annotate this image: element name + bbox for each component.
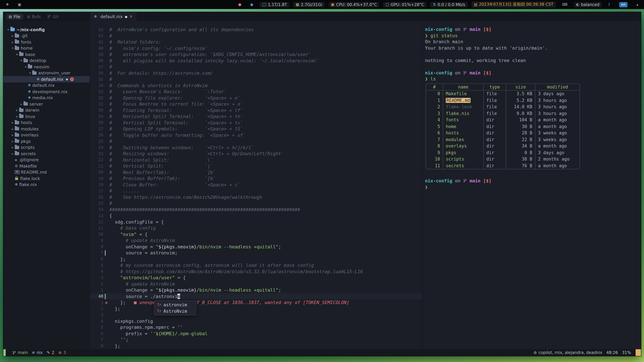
editor-line[interactable]: 8 onChange = "${pkgs.neovim}/bin/nvim --… bbox=[90, 244, 422, 250]
disk-usage[interactable]: ◯1.1T/1.8T bbox=[260, 2, 289, 7]
editor-line[interactable]: 20# Next Buffer(Tab): `]b` bbox=[90, 169, 422, 175]
editor-line[interactable]: 17# ...... bbox=[90, 188, 422, 194]
editor-line[interactable]: 32# Opening file explorer: `<Space> + e` bbox=[90, 95, 422, 101]
editor-line[interactable]: 31# Focus Neotree to current file: `<Spa… bbox=[90, 101, 422, 107]
editor-line[interactable]: 9 # update AstroNvim bbox=[90, 237, 422, 244]
statusline-git-branch[interactable]: main bbox=[12, 350, 28, 355]
editor-line[interactable]: 4 nixpkgs.config bbox=[90, 318, 422, 324]
editor-line[interactable]: 2 }; bbox=[90, 306, 422, 312]
editor-line[interactable]: 39# astronvim's user configuration: `$XD… bbox=[90, 51, 422, 57]
editor-line[interactable]: 40# nvim's config: `~/.config/nvim` bbox=[90, 45, 422, 51]
editor-line[interactable]: 18# Close Buffer: `<Space> + c` bbox=[90, 182, 422, 188]
editor-line[interactable]: 35# bbox=[90, 76, 422, 82]
tree-item-hosts[interactable]: ▸hosts bbox=[3, 119, 90, 126]
editor-line[interactable]: 7▎ source = astronvim; bbox=[90, 250, 422, 256]
memory-usage[interactable]: ▦2.7Gi/31Gi bbox=[293, 2, 324, 7]
editor-line[interactable]: 43# AstroNvim's configuration and all it… bbox=[90, 26, 422, 33]
close-icon[interactable]: ✕ bbox=[130, 14, 132, 19]
buffer-tab-default-nix[interactable]: ❄ default.nix ● ✕ bbox=[90, 12, 136, 21]
editor-pane[interactable]: 43# AstroNvim's configuration and all it… bbox=[90, 21, 422, 349]
tree-item-desktop[interactable]: ▾desktop bbox=[3, 57, 90, 64]
launcher[interactable]: ❖ bbox=[3, 2, 12, 7]
editor-line[interactable]: 13{ bbox=[90, 213, 422, 219]
editor-line[interactable]: 3 bbox=[90, 312, 422, 318]
tree-item-darwin[interactable]: ▸darwin bbox=[3, 107, 90, 113]
editor-line[interactable]: 7 ''; bbox=[90, 337, 422, 343]
neotree-tab-bufs[interactable]: ▥Bufs bbox=[24, 13, 44, 19]
editor-line[interactable]: 27# Opening LSP symbols: `<Space> + lS` bbox=[90, 126, 422, 132]
editor-line[interactable]: 1 onChange = "${pkgs.neovim}/bin/nvim --… bbox=[90, 287, 422, 293]
completion-item[interactable]: Trastronvim bbox=[154, 302, 196, 308]
bluetooth[interactable]: ᛒ bbox=[606, 2, 613, 7]
editor-line[interactable]: 4 # https://github.com/AstroNvim/AstroNv… bbox=[90, 268, 422, 275]
tree-item-scripts[interactable]: ▸scripts bbox=[3, 144, 90, 150]
editor-line[interactable]: 6 prefix = ''${HOME}/.npm-global bbox=[90, 330, 422, 337]
tree-item-flake.lock[interactable]: flake.lock bbox=[3, 175, 90, 182]
editor-line[interactable]: 21# Vertical Split: `|` bbox=[90, 163, 422, 169]
editor-line[interactable]: 10 "nvim" = { bbox=[90, 231, 422, 237]
tray-expander[interactable]: ▴ bbox=[634, 2, 641, 7]
editor-line[interactable]: 2 # update AstroNvim bbox=[90, 281, 422, 287]
editor-line[interactable]: 23# Resizing windows: `<Ctrl> + Up/Down/… bbox=[90, 150, 422, 157]
editor-line[interactable]: 26# Toggle buffer auto formatting: `<Spa… bbox=[90, 132, 422, 138]
statusline-warnings[interactable]: ✎ 2 bbox=[47, 350, 54, 355]
editor-cursor-line[interactable]: 48▎ source = ./astronvim bbox=[90, 293, 422, 299]
terminal-pane[interactable]: nix-config on main [$]❯ git statusOn bra… bbox=[422, 21, 641, 349]
completion-item[interactable]: TrAstroNvim bbox=[154, 308, 196, 314]
tree-item-flake.nix[interactable]: ❄flake.nix bbox=[3, 182, 90, 188]
editor-line[interactable]: 30# Floating Terminal: `<Space> + tf` bbox=[90, 107, 422, 113]
cpu-usage[interactable]: ▣CPU: 00.4%+37.0°C bbox=[328, 2, 379, 7]
tree-item-base[interactable]: ▾base bbox=[3, 51, 90, 57]
editor-line[interactable]: 22# Horizontal Split: `\` bbox=[90, 157, 422, 163]
power-profile[interactable]: ◐balanced bbox=[574, 2, 602, 7]
tree-item-secrets[interactable]: ▸secrets bbox=[3, 150, 90, 157]
editor-line[interactable]: 41# Related folders: bbox=[90, 39, 422, 45]
editor-line[interactable]: 24# Switching between windows: `<Ctrl> +… bbox=[90, 144, 422, 150]
editor-line[interactable]: 11 # base config bbox=[90, 225, 422, 231]
editor-line[interactable]: 6 }; bbox=[90, 256, 422, 262]
editor-line[interactable]: 12 xdg.configFile = { bbox=[90, 219, 422, 225]
tree-item-neovim[interactable]: ▾neovim bbox=[3, 64, 90, 70]
editor-line[interactable]: 37# bbox=[90, 64, 422, 70]
tree-item-fonts[interactable]: ▸fonts bbox=[3, 39, 90, 45]
tree-item-Makefile[interactable]: ⚙Makefile bbox=[3, 163, 90, 169]
editor-line[interactable]: 5 # my cusotom astronvim config, astronv… bbox=[90, 262, 422, 268]
keyboard-indicator[interactable]: ⌨ bbox=[560, 2, 570, 7]
neotree-tab-file[interactable]: ▤File bbox=[6, 13, 23, 19]
tree-item-.gitignore[interactable]: ◆.gitignore bbox=[3, 157, 90, 163]
editor-line[interactable]: 29# Horizontal Split Terminal: `<Space> … bbox=[90, 113, 422, 119]
editor-line[interactable]: 3 "astronvim/lua/user" = { bbox=[90, 275, 422, 281]
clock[interactable]: ▤2023年07月13日 星期四 00:39:38 CST bbox=[472, 1, 556, 8]
editor-line[interactable]: 19# Previous Buffer(Tab): `[b` bbox=[90, 175, 422, 182]
editor-line[interactable]: 14######################################… bbox=[90, 206, 422, 213]
editor-line[interactable]: 25# bbox=[90, 138, 422, 144]
proxy-indicator[interactable]: ◉ bbox=[248, 2, 256, 7]
keyboard-layout[interactable]: en bbox=[617, 1, 630, 7]
tree-item-overlays[interactable]: ▸overlays bbox=[3, 132, 90, 138]
editor-line[interactable]: 33# Learn Neovim's Basics: `:Tutor` bbox=[90, 88, 422, 95]
editor-line[interactable]: 38# all plugins will be installed into(b… bbox=[90, 57, 422, 64]
editor-line[interactable]: 28# Vertical Split Terminal: `<Space> + … bbox=[90, 119, 422, 126]
editor-line[interactable]: 36# For details: https://astronvim.com/ bbox=[90, 70, 422, 76]
tree-item-home[interactable]: ▾home bbox=[3, 45, 90, 51]
editor-line[interactable]: 15# bbox=[90, 200, 422, 206]
tree-item-README.md[interactable]: MREADME.md bbox=[3, 169, 90, 175]
editor-line[interactable]: 16# See https://astronvim.com/Basic%20Us… bbox=[90, 194, 422, 200]
tree-item-nix-config[interactable]: ▾~/nix-config bbox=[3, 26, 90, 33]
tree-item-linux[interactable]: ▸linux bbox=[3, 113, 90, 119]
tree-item-media.nix[interactable]: ❄media.nix bbox=[3, 95, 90, 101]
tree-item-.git[interactable]: ▸.git bbox=[3, 33, 90, 39]
tree-item-pkgs[interactable]: ▸pkgs bbox=[3, 138, 90, 144]
tree-item-default.nix[interactable]: ❄default.nix bbox=[3, 82, 90, 88]
tree-item-default.nix[interactable]: ❄default.nix●✕ bbox=[3, 76, 90, 82]
gpu-usage[interactable]: ▢GPU: 01%+28°C bbox=[383, 2, 426, 7]
tree-item-development.nix[interactable]: ❄development.nix bbox=[3, 88, 90, 95]
statusline-errors[interactable]: ⊗ 3 bbox=[58, 350, 66, 355]
network-speed[interactable]: ⇅0.0 / 0.0 Mb/s bbox=[430, 2, 468, 7]
tree-item-astronvim_user[interactable]: ▾astronvim_user bbox=[3, 70, 90, 76]
recording-indicator[interactable]: ● bbox=[236, 2, 244, 7]
tree-item-modules[interactable]: ▸modules bbox=[3, 126, 90, 132]
editor-line[interactable]: 42# bbox=[90, 33, 422, 39]
editor-line[interactable]: 5 programs.npm.npmrc = '' bbox=[90, 324, 422, 330]
editor-line[interactable]: 1⊗ }; ■ unexpected TOKEN_CURLY_B_CLOSE a… bbox=[90, 299, 422, 306]
